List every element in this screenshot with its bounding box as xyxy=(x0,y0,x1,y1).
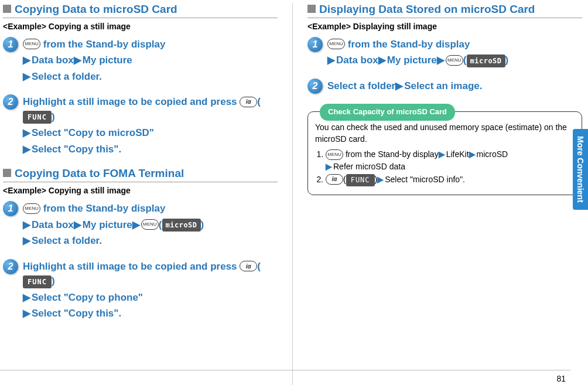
example-label: <Example> Copying a still image xyxy=(3,186,278,195)
tip-box: Check Capacity of microSD Card You can c… xyxy=(307,111,582,195)
step-body: Highlight a still image to be copied and… xyxy=(23,259,278,321)
tip-intro: You can check the used and unused memory… xyxy=(315,121,575,145)
step-text: Select "Copy to phone" xyxy=(32,292,143,303)
menu-button-icon: MENU xyxy=(141,219,159,230)
menu-button-icon: MENU xyxy=(446,55,463,66)
step-body: MENU from the Stand-by display ▶Data box… xyxy=(327,37,582,68)
menu-button-icon: MENU xyxy=(327,39,345,49)
arrow-icon: ▶ xyxy=(377,175,384,184)
step-text: Select an image. xyxy=(404,80,482,91)
section-title-text: Displaying Data Stored on microSD Card xyxy=(319,3,582,16)
step-text: Data box xyxy=(32,55,74,66)
left-column: Copying Data to microSD Card <Example> C… xyxy=(3,3,278,385)
step: 1 MENU from the Stand-by display ▶Data b… xyxy=(3,37,278,84)
step-number-icon: 2 xyxy=(3,259,18,274)
step-text: Select "Copy this". xyxy=(32,144,121,155)
step: 1 MENU from the Stand-by display ▶Data b… xyxy=(307,37,582,68)
step-body: Select a folder▶Select an image. xyxy=(327,79,582,94)
step-text: My picture xyxy=(83,219,132,230)
arrow-icon: ▶ xyxy=(23,219,30,230)
arrow-icon: ▶ xyxy=(395,80,403,91)
section-title-text: Copying Data to FOMA Terminal xyxy=(15,167,278,181)
step: 2 Highlight a still image to be copied a… xyxy=(3,94,278,156)
menu-button-icon: MENU xyxy=(326,149,343,160)
square-bullet-icon xyxy=(307,5,316,13)
tip-text: LifeKit xyxy=(446,149,469,159)
arrow-icon: ▶ xyxy=(469,149,476,159)
step-body: Highlight a still image to be copied and… xyxy=(23,94,278,156)
func-badge-icon: FUNC xyxy=(346,174,375,186)
section-title-display-microsd: Displaying Data Stored on microSD Card xyxy=(307,3,582,18)
arrow-icon: ▶ xyxy=(23,127,30,138)
step-text: from the Stand-by display xyxy=(40,203,165,214)
section-title-copy-microsd: Copying Data to microSD Card xyxy=(3,3,278,18)
step: 2 Select a folder▶Select an image. xyxy=(307,79,582,94)
arrow-icon: ▶ xyxy=(23,235,30,246)
step: 1 MENU from the Stand-by display ▶Data b… xyxy=(3,201,278,249)
arrow-icon: ▶ xyxy=(439,149,445,159)
list-item: iα(FUNC)▶Select "microSD info". xyxy=(326,173,575,186)
step-number-icon: 2 xyxy=(3,94,18,110)
arrow-icon: ▶ xyxy=(378,55,386,66)
menu-button-icon: MENU xyxy=(23,203,40,214)
arrow-icon: ▶ xyxy=(23,71,30,82)
column-divider xyxy=(292,3,293,385)
tip-list: MENU from the Stand-by display▶LifeKit▶m… xyxy=(326,148,575,186)
step-text: Select a folder. xyxy=(32,235,102,246)
right-column: Displaying Data Stored on microSD Card <… xyxy=(307,3,582,385)
tip-title: Check Capacity of microSD Card xyxy=(320,104,455,121)
i-alpha-button-icon: iα xyxy=(326,174,343,185)
func-badge-icon: FUNC xyxy=(23,275,52,288)
step-body: MENU from the Stand-by display ▶Data box… xyxy=(23,201,278,249)
side-tab: More Convenient xyxy=(573,129,588,210)
step-body: MENU from the Stand-by display ▶Data box… xyxy=(23,37,278,84)
step-text: Select "Copy to microSD" xyxy=(32,127,154,138)
square-bullet-icon xyxy=(3,169,11,177)
step-text: Data box xyxy=(32,219,74,230)
tip-text: from the Stand-by display xyxy=(343,149,439,159)
step-text: Select "Copy this". xyxy=(32,308,121,319)
section-title-copy-foma: Copying Data to FOMA Terminal xyxy=(3,167,278,182)
step-text: My picture xyxy=(83,55,132,66)
step-text: from the Stand-by display xyxy=(40,39,165,50)
i-alpha-button-icon: iα xyxy=(240,261,257,271)
step-text: Highlight a still image to be copied and… xyxy=(23,261,240,272)
footer-divider xyxy=(0,370,570,370)
arrow-icon: ▶ xyxy=(132,219,140,230)
microsd-badge-icon: microSD xyxy=(467,55,505,67)
menu-button-icon: MENU xyxy=(23,39,40,49)
arrow-icon: ▶ xyxy=(23,308,30,319)
arrow-icon: ▶ xyxy=(23,292,30,303)
step-number-icon: 1 xyxy=(307,37,323,52)
tip-text: Refer microSD data xyxy=(333,162,405,171)
tip-text: Select "microSD info". xyxy=(385,175,465,184)
step-text: Data box xyxy=(336,55,378,66)
page-number: 81 xyxy=(556,374,566,383)
step-text: Select a folder xyxy=(327,80,395,91)
arrow-icon: ▶ xyxy=(23,144,30,155)
example-label: <Example> Displaying still image xyxy=(307,22,582,31)
arrow-icon: ▶ xyxy=(326,162,332,171)
step-text: My picture xyxy=(387,55,437,66)
step-text: from the Stand-by display xyxy=(345,39,470,50)
microsd-badge-icon: microSD xyxy=(162,219,201,232)
tip-text: microSD xyxy=(477,149,508,159)
side-tab-label: More Convenient xyxy=(576,136,585,203)
step-number-icon: 2 xyxy=(307,79,323,94)
step-text: Select a folder. xyxy=(32,71,102,82)
section-title-text: Copying Data to microSD Card xyxy=(15,3,278,16)
list-item: MENU from the Stand-by display▶LifeKit▶m… xyxy=(326,148,575,172)
step-text: Highlight a still image to be copied and… xyxy=(23,96,240,107)
arrow-icon: ▶ xyxy=(23,55,30,66)
i-alpha-button-icon: iα xyxy=(240,97,257,107)
arrow-icon: ▶ xyxy=(74,219,81,230)
square-bullet-icon xyxy=(3,5,11,13)
example-label: <Example> Copying a still image xyxy=(3,22,278,31)
step-number-icon: 1 xyxy=(3,201,18,216)
arrow-icon: ▶ xyxy=(74,55,81,66)
step-number-icon: 1 xyxy=(3,37,18,52)
func-badge-icon: FUNC xyxy=(23,111,52,124)
step: 2 Highlight a still image to be copied a… xyxy=(3,259,278,321)
arrow-icon: ▶ xyxy=(437,55,445,66)
arrow-icon: ▶ xyxy=(327,55,335,66)
